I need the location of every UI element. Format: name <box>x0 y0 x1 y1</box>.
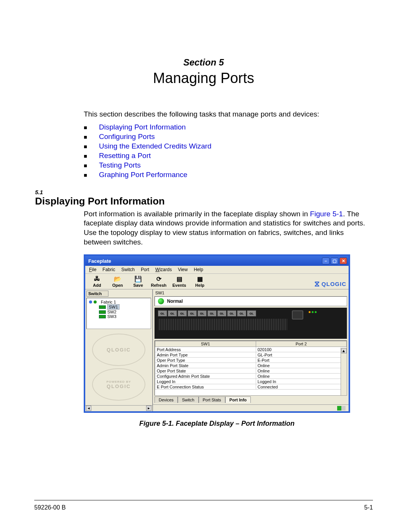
table-header[interactable]: SW1 <box>155 341 256 347</box>
table-header[interactable]: Port 2 <box>256 341 346 347</box>
events-icon: ▤ <box>170 275 189 283</box>
toc-item: ■Configuring Ports <box>84 133 373 141</box>
subsection-number: 5.1 <box>35 189 373 195</box>
menu-fabric[interactable]: Fabric <box>100 267 117 273</box>
scroll-left-icon[interactable]: ◄ <box>86 406 91 411</box>
footer-right: 5-1 <box>364 504 373 511</box>
save-icon: 💾 <box>129 275 148 283</box>
subsection-title: Displaying Port Information <box>35 195 373 207</box>
port-slot[interactable]: GL <box>158 310 167 316</box>
tree-item[interactable]: SW1 <box>99 304 148 310</box>
minimize-button[interactable]: – <box>322 257 330 264</box>
led-icon <box>315 311 317 313</box>
close-button[interactable]: ✕ <box>339 257 347 264</box>
table-row[interactable]: Logged InLogged In <box>155 379 347 384</box>
menu-wizards[interactable]: Wizards <box>153 267 174 273</box>
table-row[interactable]: Oper Port StateOnline <box>155 368 347 374</box>
toc-link[interactable]: Testing Ports <box>99 161 141 169</box>
table-row[interactable]: E Port Connection StatusConnected <box>155 384 347 390</box>
window-title: Faceplate <box>88 258 111 264</box>
port-slot[interactable]: GL <box>207 310 217 316</box>
tree-item[interactable]: SW2 <box>99 310 148 314</box>
menu-port[interactable]: Port <box>139 267 151 273</box>
powered-by-watermark: POWERED BYQLOGIC <box>92 368 145 401</box>
status-row: Normal <box>155 296 347 306</box>
tab-switch[interactable]: Switch <box>178 396 198 403</box>
window-titlebar: Faceplate – ▢ ✕ <box>85 256 349 266</box>
toolbar-refresh[interactable]: ⟳Refresh <box>149 275 168 288</box>
toolbar-add[interactable]: 🖧Add <box>88 275 107 288</box>
toolbar-open[interactable]: 📂Open <box>108 275 127 288</box>
tree-root[interactable]: Fabric 1 <box>89 300 148 304</box>
status-leds <box>309 311 317 313</box>
menu-help[interactable]: Help <box>191 267 206 273</box>
port-slot[interactable]: GL <box>168 310 177 316</box>
bullet-icon: ■ <box>84 153 99 159</box>
table-row[interactable]: Oper Port TypeE-Port <box>155 358 347 363</box>
port-grid[interactable]: GL GL GL GL GL GL GL GL GL GL <box>158 310 287 316</box>
scroll-up-icon[interactable]: ▲ <box>341 348 347 353</box>
toc-link[interactable]: Using the Extended Credits Wizard <box>99 142 212 150</box>
brand-logo: ⧖QLOGIC <box>314 280 346 288</box>
bullet-icon: ■ <box>84 134 99 140</box>
port-slot[interactable]: GL <box>188 310 197 316</box>
led-icon <box>312 311 314 313</box>
table-row[interactable]: Admin Port TypeGL-Port <box>155 352 347 358</box>
scroll-right-icon[interactable]: ► <box>146 406 151 411</box>
page-title: Managing Ports <box>34 70 373 86</box>
maximize-button[interactable]: ▢ <box>331 257 338 264</box>
status-text: Normal <box>167 299 183 304</box>
port-slot[interactable]: GL <box>178 310 187 316</box>
selected-switch-label: SW1 <box>153 289 349 296</box>
toolbar-help[interactable]: ▦Help <box>190 275 209 288</box>
tab-devices[interactable]: Devices <box>155 396 178 403</box>
bullet-icon: ■ <box>84 162 99 169</box>
menu-bar: File Fabric Switch Port Wizards View Hel… <box>85 266 349 274</box>
table-row[interactable]: Admin Port StateOnline <box>155 363 347 368</box>
subsection-paragraph: Port information is available primarily … <box>84 209 373 247</box>
fabric-tree[interactable]: Fabric 1 SW1 SW2 SW3 <box>86 298 151 329</box>
toolbar-save[interactable]: 💾Save <box>129 275 148 288</box>
qlogic-icon: ⧖ <box>314 280 320 288</box>
toc-item: ■Graphing Port Performance <box>84 171 373 179</box>
table-row[interactable]: Port Address020100 <box>155 347 347 352</box>
qlogic-watermark: QLOGIC <box>92 334 145 366</box>
toc-item: ■Displaying Port Information <box>84 123 373 131</box>
tab-port-info[interactable]: Port Info <box>225 396 251 403</box>
port-slot[interactable]: GL <box>237 310 246 316</box>
status-bar <box>153 404 349 411</box>
toc-link[interactable]: Graphing Port Performance <box>99 171 187 179</box>
toolbar: 🖧Add 📂Open 💾Save ⟳Refresh ▤Events ▦Help … <box>85 274 349 289</box>
vertical-scrollbar[interactable]: ▲ <box>341 348 347 395</box>
bullet-icon: ■ <box>84 172 99 178</box>
toc-link[interactable]: Resetting a Port <box>99 152 151 160</box>
hardware-view[interactable]: GL GL GL GL GL GL GL GL GL GL <box>155 308 347 339</box>
port-slot[interactable]: GL <box>247 310 256 316</box>
toc-link[interactable]: Displaying Port Information <box>99 123 186 131</box>
toolbar-events[interactable]: ▤Events <box>170 275 189 288</box>
figure-caption: Figure 5-1. Faceplate Display – Port Inf… <box>84 420 350 428</box>
figure-reference-link[interactable]: Figure 5-1 <box>310 210 343 218</box>
switch-button[interactable]: Switch <box>86 291 108 297</box>
toc-link[interactable]: Configuring Ports <box>99 133 155 141</box>
tree-item[interactable]: SW3 <box>99 314 148 319</box>
horizontal-scrollbar[interactable]: ◄ ► <box>85 405 152 411</box>
port-slot[interactable]: GL <box>227 310 236 316</box>
port-slot[interactable]: GL <box>198 310 207 316</box>
table-row[interactable]: Configured Admin Port StateOnline <box>155 374 347 379</box>
bullet-icon: ■ <box>84 124 99 131</box>
footer-left: 59226-00 B <box>34 504 66 511</box>
properties-table[interactable]: SW1Port 2 Port Address020100 Admin Port … <box>155 340 347 396</box>
logo-block: QLOGIC POWERED BYQLOGIC <box>85 329 152 405</box>
menu-file[interactable]: File <box>87 267 99 273</box>
menu-switch[interactable]: Switch <box>119 267 137 273</box>
switch-icon <box>99 315 106 318</box>
status-led-icon <box>158 298 164 304</box>
toc-item: ■Resetting a Port <box>84 152 373 160</box>
port-slot[interactable]: GL <box>217 310 226 316</box>
bullet-icon: ■ <box>84 143 99 150</box>
led-icon <box>309 311 311 313</box>
menu-view[interactable]: View <box>175 267 190 273</box>
open-icon: 📂 <box>108 275 127 283</box>
tab-port-stats[interactable]: Port Stats <box>199 396 225 403</box>
